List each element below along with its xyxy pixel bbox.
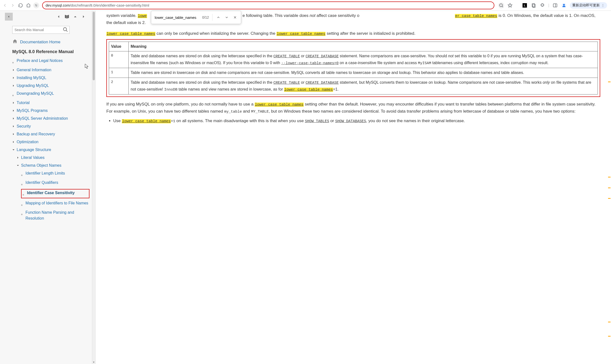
caret-icon <box>12 101 15 105</box>
toc-label: Security <box>17 123 31 129</box>
toc-item[interactable]: Identifier Qualifiers <box>21 180 89 187</box>
main-scrollbar[interactable] <box>608 11 611 364</box>
forward-button[interactable] <box>10 2 16 8</box>
scrollbar-thumb[interactable] <box>93 12 95 80</box>
toc-item[interactable]: Preface and Legal Notices <box>12 58 89 65</box>
update-button[interactable]: 重新启动即可更新 ⋮ <box>570 2 607 9</box>
svg-rect-5 <box>553 4 557 7</box>
search-input[interactable] <box>12 26 69 34</box>
url-host: dev.mysql.com <box>46 3 70 7</box>
back-button[interactable] <box>2 2 8 8</box>
collapse-sidebar-button[interactable] <box>5 13 13 21</box>
toc-label: Function Name Parsing and Resolution <box>26 209 89 221</box>
nav-book-icon[interactable] <box>63 13 70 20</box>
highlight[interactable]: lower_case_table_names <box>284 88 333 92</box>
highlight[interactable]: er_case_table_names <box>455 14 497 18</box>
bullet-icon <box>21 172 24 178</box>
find-count: 0/12 <box>202 15 209 19</box>
find-input[interactable] <box>155 15 199 20</box>
caret-icon <box>12 84 15 88</box>
find-prev-button[interactable] <box>216 15 221 19</box>
toc-label: Identifier Case Sensitivity <box>27 190 75 196</box>
search-icon[interactable] <box>63 27 68 33</box>
site-info-icon[interactable] <box>33 2 39 8</box>
toc-item[interactable]: Tutorial <box>12 100 89 106</box>
toc-label: Backup and Recovery <box>17 131 55 137</box>
bullet-icon <box>21 202 24 208</box>
toc-item[interactable]: Backup and Recovery <box>12 131 89 137</box>
scroll-down-arrow[interactable]: ▼ <box>92 361 95 364</box>
values-table: Value Meaning 0 Table and database names… <box>109 42 598 95</box>
toc-item[interactable]: Mapping of Identifiers to File Names <box>21 200 89 208</box>
toc-item[interactable]: Identifier Case Sensitivity <box>21 189 89 198</box>
ext-icon-1[interactable]: L <box>522 2 528 8</box>
svg-point-8 <box>63 28 67 31</box>
toc-item[interactable]: Literal Values <box>17 155 89 161</box>
toc-item[interactable]: Security <box>12 123 89 129</box>
sidebar-scrollbar[interactable]: ▼ <box>92 11 95 364</box>
url-path: /doc/refman/8.0/en/identifier-case-sensi… <box>70 3 149 7</box>
toc-label: Installing MySQL <box>17 75 46 81</box>
find-next-button[interactable] <box>224 15 229 19</box>
toc-label: Literal Values <box>21 155 45 161</box>
toc-item[interactable]: MySQL Server Administration <box>12 116 89 121</box>
highlight[interactable]: lower_case_table_names <box>122 119 171 123</box>
nav-next-button[interactable] <box>80 13 87 20</box>
svg-point-1 <box>37 6 37 6</box>
toc-label: Optimization <box>17 139 39 145</box>
find-in-page-bar: 0/12 <box>151 11 241 24</box>
doc-home-link[interactable]: Documentation Home <box>12 39 89 45</box>
table-row: 2 Table and database names are stored on… <box>109 78 598 94</box>
caret-icon <box>12 117 15 121</box>
find-close-button[interactable] <box>233 15 237 19</box>
home-button[interactable] <box>26 2 31 8</box>
svg-point-7 <box>563 4 565 6</box>
toc-label: Language Structure <box>17 147 51 153</box>
toc-item[interactable]: Installing MySQL <box>12 75 89 81</box>
nav-prev-button[interactable] <box>55 13 62 20</box>
lens-icon[interactable] <box>498 2 504 8</box>
caret-icon <box>12 124 15 129</box>
toc-label: Preface and Legal Notices <box>17 58 63 64</box>
extensions-icon[interactable] <box>540 2 545 8</box>
highlight[interactable]: lower_case_table_names <box>106 32 155 36</box>
sidepanel-icon[interactable] <box>552 2 558 8</box>
caret-icon <box>17 156 19 160</box>
toc-item[interactable]: Identifier Length Limits <box>21 170 89 178</box>
bookmark-icon[interactable] <box>507 2 513 8</box>
profile-icon[interactable] <box>561 2 567 8</box>
url-bar[interactable]: dev.mysql.com/doc/refman/8.0/en/identifi… <box>42 1 494 9</box>
caret-icon <box>12 68 15 72</box>
divider <box>212 14 212 21</box>
toc-label: MySQL Programs <box>17 108 48 114</box>
toc-item[interactable]: Upgrading MySQL <box>12 83 89 89</box>
caret-icon <box>12 132 15 137</box>
paragraph: lower_case_table_names can only be confi… <box>106 30 600 37</box>
paragraph: If you are using MySQL on only one platf… <box>106 101 600 115</box>
caret-icon <box>12 76 15 80</box>
ext-icon-2[interactable] <box>531 2 537 8</box>
toc-item[interactable]: General Information <box>12 67 89 73</box>
options-list: Use lower_case_table_names=1 on all syst… <box>113 117 600 125</box>
toc-item[interactable]: Optimization <box>12 139 89 145</box>
toc-item[interactable]: Language Structure <box>12 147 89 153</box>
highlight[interactable]: lower_case_table_names <box>277 32 325 36</box>
bullet-icon <box>21 181 24 187</box>
list-item: Use lower_case_table_names=1 on all syst… <box>113 117 600 125</box>
toc-item[interactable]: MySQL Programs <box>12 108 89 114</box>
nav-up-button[interactable] <box>72 13 79 20</box>
bullet-icon <box>12 92 15 98</box>
toc-item[interactable]: Downgrading MySQL <box>12 91 89 98</box>
highlight[interactable]: lower_case_table_names <box>255 103 304 107</box>
svg-point-2 <box>500 4 502 7</box>
toc-item[interactable]: Schema Object Names <box>17 163 89 169</box>
toc-label: MySQL Server Administration <box>17 116 68 121</box>
bullet-icon <box>23 191 25 197</box>
toc-label: Mapping of Identifiers to File Names <box>26 200 88 206</box>
highlight[interactable]: lowe <box>138 14 147 18</box>
table-row: 0 Table and database names are stored on… <box>109 51 598 68</box>
caret-icon <box>12 140 15 144</box>
toc-item[interactable]: Function Name Parsing and Resolution <box>21 209 89 221</box>
bullet-icon <box>12 59 15 65</box>
reload-button[interactable] <box>18 2 24 8</box>
